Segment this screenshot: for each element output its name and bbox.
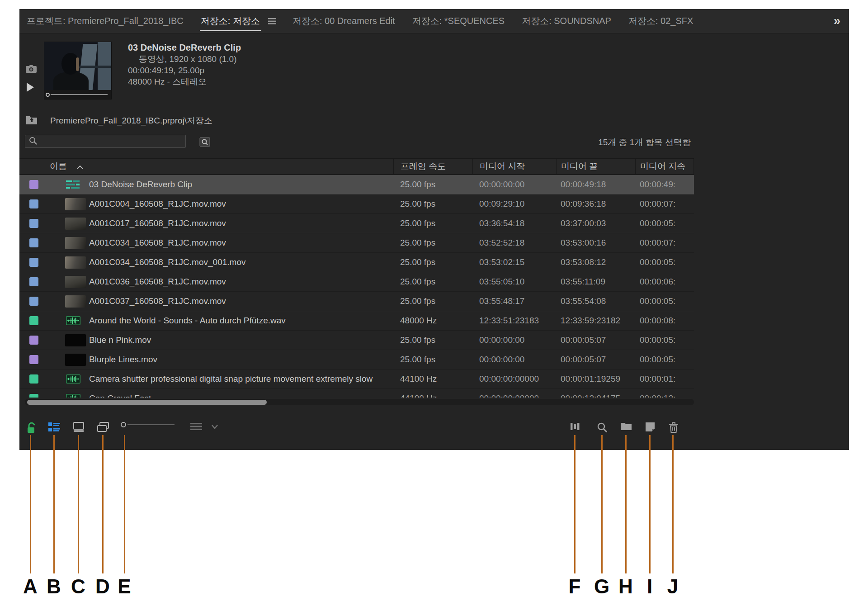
media-end: 00:00:49:18	[556, 180, 635, 189]
column-header-media-end[interactable]: 미디어 끝	[556, 159, 635, 174]
sort-icons-button[interactable]	[190, 422, 218, 431]
zoom-slider-track[interactable]	[127, 424, 175, 426]
label-color-swatch[interactable]	[29, 180, 38, 189]
preview-scrubber[interactable]	[44, 90, 111, 99]
frame-rate: 25.00 fps	[393, 296, 472, 306]
project-panel: 프로젝트: PremierePro_Fall_2018_IBC 저장소: 저장소…	[19, 9, 849, 450]
search-input[interactable]	[41, 136, 176, 147]
tab-project[interactable]: 프로젝트: PremierePro_Fall_2018_IBC	[26, 9, 184, 33]
tab-bin-02-sfx[interactable]: 저장소: 02_SFX	[627, 9, 694, 33]
clip-thumbnail	[65, 276, 86, 288]
search-field[interactable]	[25, 135, 186, 148]
clip-thumbnail	[65, 198, 86, 210]
play-button[interactable]	[27, 83, 34, 92]
media-duration: 00:00:06:	[635, 277, 694, 287]
media-duration: 00:00:05:	[635, 335, 694, 345]
magnifier-icon	[597, 422, 608, 433]
folder-icon	[620, 422, 632, 431]
media-duration: 00:00:12:	[635, 393, 694, 398]
tab-bin-sequences[interactable]: 저장소: *SEQUENCES	[411, 9, 505, 33]
column-header-name[interactable]: 이름	[19, 159, 393, 174]
preview-thumbnail[interactable]	[44, 42, 112, 99]
preview-area: 03 DeNoise DeReverb Clip 동영상, 1920 x 108…	[26, 42, 241, 99]
freeform-view-button[interactable]	[97, 422, 109, 432]
frame-rate: 25.00 fps	[393, 335, 472, 345]
label-color-swatch[interactable]	[29, 355, 38, 364]
list-view-icon	[48, 422, 60, 432]
tab-bin-storage[interactable]: 저장소: 저장소	[200, 9, 276, 33]
table-row[interactable]: A001C017_160508_R1JC.mov.mov25.00 fps03:…	[19, 214, 694, 233]
breadcrumb-path[interactable]: PremierePro_Fall_2018_IBC.prproj\저장소	[50, 115, 212, 127]
label-color-swatch[interactable]	[29, 336, 38, 345]
clip-thumbnail	[65, 334, 86, 346]
new-bin-button[interactable]	[620, 422, 632, 431]
label-color-swatch[interactable]	[29, 316, 38, 325]
table-row[interactable]: 03 DeNoise DeReverb Clip25.00 fps00:00:0…	[19, 175, 694, 194]
clear-trash-button[interactable]	[669, 422, 679, 433]
zoom-slider-knob[interactable]	[121, 422, 126, 427]
table-row[interactable]: A001C037_160508_R1JC.mov.mov25.00 fps03:…	[19, 292, 694, 311]
find-in-bin-icon	[199, 137, 210, 147]
new-item-button[interactable]	[645, 422, 655, 432]
table-row[interactable]: Camera shutter professional digital snap…	[19, 369, 694, 389]
breadcrumb: PremierePro_Fall_2018_IBC.prproj\저장소	[26, 115, 212, 127]
tab-overflow-chevron-icon[interactable]: »	[834, 14, 839, 28]
frame-rate: 25.00 fps	[393, 180, 472, 189]
horizontal-scrollbar[interactable]	[25, 399, 694, 405]
label-color-swatch[interactable]	[29, 258, 38, 267]
media-duration: 00:00:49:	[635, 180, 694, 189]
table-row[interactable]: A001C034_160508_R1JC.mov.mov25.00 fps03:…	[19, 233, 694, 253]
media-end: 00:00:12:04175	[556, 393, 635, 398]
unlocked-lock-icon	[26, 422, 37, 434]
poster-frame-camera-icon[interactable]	[26, 65, 37, 75]
clip-timecode: 00:00:49:19, 25.00p	[128, 65, 241, 76]
horizontal-scrollbar-thumb[interactable]	[27, 400, 267, 405]
label-color-swatch[interactable]	[29, 219, 38, 228]
table-row[interactable]: Around the World - Sounds - Auto durch P…	[19, 311, 694, 331]
automate-to-sequence-icon	[570, 422, 580, 431]
label-color-swatch[interactable]	[29, 199, 38, 208]
tab-bin-soundsnap[interactable]: 저장소: SOUNDSNAP	[521, 9, 612, 33]
column-header-media-duration[interactable]: 미디어 지속	[635, 159, 694, 174]
search-row: 15개 중 1개 항목 선택함	[25, 135, 849, 148]
annotation-line	[601, 435, 603, 573]
media-duration: 00:00:01:	[635, 374, 694, 384]
navigate-up-folder-icon[interactable]	[26, 115, 38, 127]
media-end: 00:09:36:18	[556, 199, 635, 209]
preview-thumbnail-image	[44, 42, 111, 90]
table-row[interactable]: A001C034_160508_R1JC.mov_001.mov25.00 fp…	[19, 253, 694, 272]
table-row[interactable]: A001C036_160508_R1JC.mov.mov25.00 fps03:…	[19, 272, 694, 292]
find-toolbar-button[interactable]	[597, 422, 608, 433]
table-row[interactable]: Can Cravel Fast44100 Hz00:00:00:0000000:…	[19, 389, 694, 398]
label-color-swatch[interactable]	[29, 394, 38, 398]
new-item-icon	[645, 422, 655, 432]
table-row[interactable]: Blue n Pink.mov25.00 fps00:00:00:0000:00…	[19, 331, 694, 350]
find-button[interactable]	[198, 136, 212, 148]
table-row[interactable]: A001C004_160508_R1JC.mov.mov25.00 fps00:…	[19, 194, 694, 214]
label-color-swatch[interactable]	[29, 238, 38, 247]
automate-to-sequence-button[interactable]	[570, 422, 580, 431]
clip-name: 03 DeNoise DeReverb Clip	[87, 180, 393, 189]
media-start: 00:00:00:00000	[472, 374, 556, 384]
clip-thumbnail	[65, 295, 86, 308]
label-color-swatch[interactable]	[29, 277, 38, 286]
panel-menu-icon[interactable]	[268, 18, 276, 24]
zoom-slider[interactable]	[121, 422, 175, 427]
tab-bin-dreamers-edit[interactable]: 저장소: 00 Dreamers Edit	[292, 9, 396, 33]
label-color-swatch[interactable]	[29, 297, 38, 306]
column-header-frame-rate[interactable]: 프레임 속도	[393, 159, 472, 174]
scrubber-knob[interactable]	[46, 93, 50, 97]
bin-writable-lock-button[interactable]	[26, 422, 37, 434]
clip-media-type: 동영상, 1920 x 1080 (1.0)	[128, 53, 241, 65]
scrubber-track[interactable]	[51, 94, 108, 95]
icon-view-button[interactable]	[73, 422, 84, 432]
list-view-button[interactable]	[48, 422, 60, 432]
annotation-line	[574, 435, 576, 573]
clip-name: Blue n Pink.mov	[87, 335, 393, 345]
sequence-clip-icon	[66, 180, 80, 189]
annotation-letter-j: J	[667, 575, 678, 598]
label-color-swatch[interactable]	[29, 374, 38, 384]
table-row[interactable]: Blurple Lines.mov25.00 fps00:00:00:0000:…	[19, 350, 694, 369]
clip-list: 03 DeNoise DeReverb Clip25.00 fps00:00:0…	[19, 175, 694, 398]
column-header-media-start[interactable]: 미디어 시작	[472, 159, 556, 174]
